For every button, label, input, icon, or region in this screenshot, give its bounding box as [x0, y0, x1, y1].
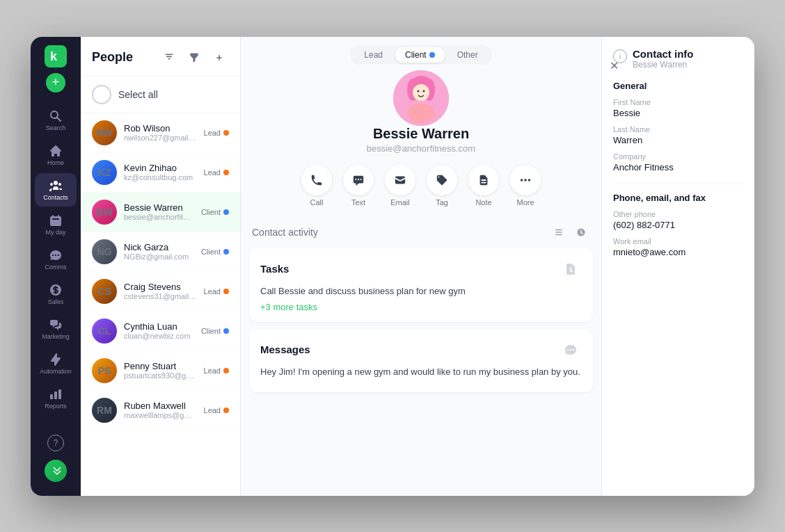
sidebar-item-sales[interactable]: Sales — [35, 277, 77, 311]
sidebar-item-contacts[interactable]: Contacts — [35, 173, 77, 207]
contact-row-penny[interactable]: PS Penny Stuart pstuartcats930@gmail.com… — [81, 351, 240, 391]
activity-header: Contact activity — [249, 218, 593, 248]
badge-dot-nick — [223, 249, 229, 255]
contact-info-cynthia: Cynthia Luan cluan@newbiz.com — [124, 321, 194, 340]
contacts-list: RW Rob Wilson nwilson227@gmail.com Lead … — [81, 113, 240, 496]
sidebar-item-comms[interactable]: Comms — [35, 243, 77, 276]
tasks-icon — [560, 258, 582, 280]
contact-badge-penny: Lead — [204, 366, 229, 375]
more-label: More — [516, 198, 534, 207]
first-name-value: Bessie — [613, 108, 743, 118]
contact-row-craig[interactable]: CS Craig Stevens cstevens31@gmail.com Le… — [81, 272, 240, 312]
automation-icon — [49, 353, 63, 366]
first-name-label: First Name — [613, 98, 743, 106]
sidebar-item-comms-label: Comms — [45, 264, 67, 271]
add-button[interactable] — [209, 48, 229, 67]
call-label: Call — [310, 198, 324, 207]
sidebar-item-automation-label: Automation — [40, 368, 72, 375]
tag-label: Tag — [436, 198, 448, 207]
email-action[interactable]: Email — [385, 165, 415, 207]
sidebar-item-home[interactable]: Home — [35, 138, 77, 172]
contact-email-rob: nwilson227@gmail.com — [124, 134, 197, 142]
contact-info-rob: Rob Wilson nwilson227@gmail.com — [124, 123, 197, 142]
section-divider — [613, 184, 743, 184]
contact-name-rob: Rob Wilson — [124, 123, 197, 134]
messages-icon — [560, 339, 582, 361]
company-value: Anchor Fitness — [613, 162, 743, 172]
badge-label-ruben: Lead — [204, 406, 221, 414]
sort-button[interactable] — [159, 48, 179, 67]
sidebar-nav: Search Home Contacts My da — [35, 104, 77, 435]
contact-name-kevin: Kevin Zhihao — [124, 163, 197, 173]
contact-row-rob[interactable]: RW Rob Wilson nwilson227@gmail.com Lead — [81, 113, 240, 153]
contact-row-kevin[interactable]: KZ Kevin Zhihao kz@consultbug.com Lead — [81, 153, 240, 193]
user-avatar[interactable] — [45, 460, 67, 482]
filter-button[interactable] — [184, 48, 204, 67]
contact-profile: Bessie Warren bessie@anchorfitness.com — [241, 65, 601, 165]
sidebar-item-automation[interactable]: Automation — [35, 347, 77, 380]
svg-point-9 — [418, 90, 420, 92]
right-panel-subtitle: Bessie Warren — [633, 60, 694, 70]
general-section-title: General — [613, 81, 743, 91]
sidebar-item-search-label: Search — [46, 124, 66, 131]
people-header: People — [81, 37, 240, 76]
activity-list-view[interactable] — [550, 223, 568, 241]
note-action[interactable]: Note — [468, 165, 499, 207]
company-field: Company Anchor Fitness — [613, 152, 743, 172]
badge-label-kevin: Lead — [204, 168, 221, 177]
last-name-field: Last Name Warren — [613, 125, 743, 145]
contact-row-bessie[interactable]: BW Bessie Warren bessie@anchorfitness.co… — [81, 193, 240, 232]
contact-badge-kevin: Lead — [204, 168, 229, 177]
general-section: General First Name Bessie Last Name Warr… — [613, 81, 743, 172]
sidebar-item-reports[interactable]: Reports — [35, 382, 77, 415]
add-contact-button[interactable]: + — [46, 73, 65, 92]
tasks-title: Tasks — [260, 263, 289, 275]
activity-section: Contact activity — [241, 218, 601, 496]
text-action[interactable]: Text — [343, 165, 374, 207]
contact-badge-cynthia: Client — [201, 327, 229, 335]
calendar-icon — [49, 213, 63, 227]
contact-email-cynthia: cluan@newbiz.com — [124, 332, 194, 340]
help-button[interactable]: ? — [47, 435, 64, 451]
select-all-row: Select all — [81, 76, 240, 113]
contact-row-ruben[interactable]: RM Ruben Maxwell maxwelllamps@gmail.com … — [81, 391, 240, 430]
sidebar-item-myday[interactable]: My day — [35, 208, 77, 241]
tasks-text: Call Bessie and discuss business plan fo… — [260, 286, 582, 296]
svg-point-4 — [407, 104, 435, 123]
profile-email: bessie@anchorfitness.com — [367, 143, 475, 154]
contact-row-nick[interactable]: NG Nick Garza NGBiz@gmail.com Client — [81, 232, 240, 272]
tasks-more[interactable]: +3 more tasks — [260, 302, 582, 312]
other-phone-label: Other phone — [613, 210, 743, 218]
badge-label-bessie: Client — [201, 208, 221, 216]
contact-row-cynthia[interactable]: CL Cynthia Luan cluan@newbiz.com Client — [81, 312, 240, 351]
badge-label-craig: Lead — [204, 287, 221, 296]
contact-email-bessie: bessie@anchorfitness.com — [124, 213, 194, 221]
tasks-card: Tasks Call Bessie and discuss business p… — [249, 248, 593, 322]
more-action[interactable]: More — [510, 165, 541, 207]
sidebar-item-home-label: Home — [47, 159, 64, 166]
select-all-checkbox[interactable] — [92, 85, 111, 104]
call-action[interactable]: Call — [301, 165, 332, 207]
select-all-label: Select all — [118, 89, 158, 100]
toggle-lead[interactable]: Lead — [354, 47, 392, 63]
bessie-avatar — [393, 70, 449, 126]
other-phone-value: (602) 882-0771 — [613, 220, 743, 230]
call-icon — [301, 165, 332, 195]
contact-badge-bessie: Client — [201, 208, 229, 216]
contact-name-nick: Nick Garza — [124, 242, 194, 252]
messages-card: Messages Hey Jim! I'm opening a new gym … — [249, 329, 593, 392]
note-label: Note — [475, 198, 491, 207]
marketing-icon — [49, 318, 63, 332]
contact-info-nick: Nick Garza NGBiz@gmail.com — [124, 242, 194, 261]
contact-info-kevin: Kevin Zhihao kz@consultbug.com — [124, 163, 197, 182]
sidebar-item-marketing[interactable]: Marketing — [35, 312, 77, 346]
activity-clock-view[interactable] — [572, 223, 590, 241]
sidebar-item-search[interactable]: Search — [35, 104, 77, 137]
toggle-client-label: Client — [405, 50, 427, 60]
toggle-bar: Lead Client Other — [350, 45, 491, 65]
toggle-client[interactable]: Client — [395, 47, 445, 63]
more-icon — [510, 165, 541, 195]
toggle-other[interactable]: Other — [447, 47, 488, 63]
work-email-label: Work email — [613, 237, 743, 245]
tag-action[interactable]: Tag — [427, 165, 457, 207]
